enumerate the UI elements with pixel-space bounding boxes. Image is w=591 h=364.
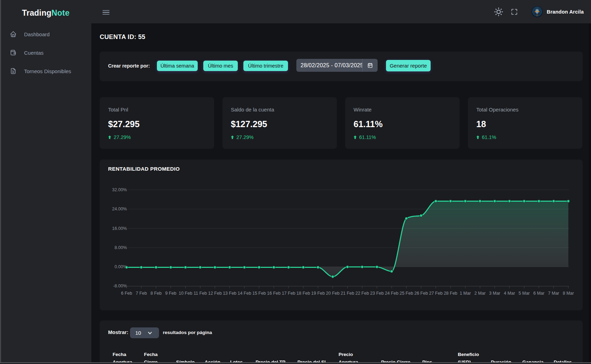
svg-text:14 Feb: 14 Feb (237, 291, 251, 296)
svg-text:11 Feb: 11 Feb (194, 291, 207, 296)
svg-text:19 Feb: 19 Feb (311, 291, 325, 296)
svg-text:15 Feb: 15 Feb (252, 291, 266, 296)
svg-text:1 Mar: 1 Mar (460, 291, 471, 296)
svg-text:28 Feb: 28 Feb (444, 291, 457, 296)
svg-text:10 Feb: 10 Feb (179, 291, 192, 296)
svg-text:20 Feb: 20 Feb (326, 291, 340, 296)
svg-text:24.00%: 24.00% (112, 207, 127, 211)
svg-text:7 Feb: 7 Feb (136, 291, 147, 296)
svg-text:27 Feb: 27 Feb (429, 291, 442, 296)
svg-text:22 Feb: 22 Feb (355, 291, 369, 296)
svg-text:13 Feb: 13 Feb (223, 291, 236, 296)
svg-text:24 Feb: 24 Feb (385, 291, 399, 296)
svg-text:8.00%: 8.00% (115, 245, 127, 250)
svg-text:4 Mar: 4 Mar (504, 291, 515, 296)
svg-text:6 Mar: 6 Mar (533, 291, 545, 296)
svg-text:3 Mar: 3 Mar (489, 291, 500, 296)
svg-text:16 Feb: 16 Feb (267, 291, 281, 296)
svg-text:7 Mar: 7 Mar (548, 291, 559, 296)
svg-text:-8.00%: -8.00% (113, 284, 127, 288)
svg-text:16.00%: 16.00% (112, 226, 127, 231)
svg-text:18 Feb: 18 Feb (296, 291, 310, 296)
svg-text:23 Feb: 23 Feb (370, 291, 384, 296)
svg-text:32.00%: 32.00% (112, 187, 127, 192)
svg-text:21 Feb: 21 Feb (341, 291, 354, 296)
svg-text:17 Feb: 17 Feb (282, 291, 295, 296)
svg-text:8 Feb: 8 Feb (151, 291, 162, 296)
svg-text:9 Feb: 9 Feb (165, 291, 176, 296)
svg-text:25 Feb: 25 Feb (400, 291, 413, 296)
svg-text:6 Feb: 6 Feb (121, 291, 132, 296)
svg-text:0.00%: 0.00% (115, 264, 127, 269)
svg-text:12 Feb: 12 Feb (208, 291, 222, 296)
svg-text:5 Mar: 5 Mar (518, 291, 530, 296)
svg-text:8 Mar: 8 Mar (563, 291, 574, 296)
svg-text:2 Mar: 2 Mar (475, 291, 486, 296)
svg-text:26 Feb: 26 Feb (414, 291, 428, 296)
